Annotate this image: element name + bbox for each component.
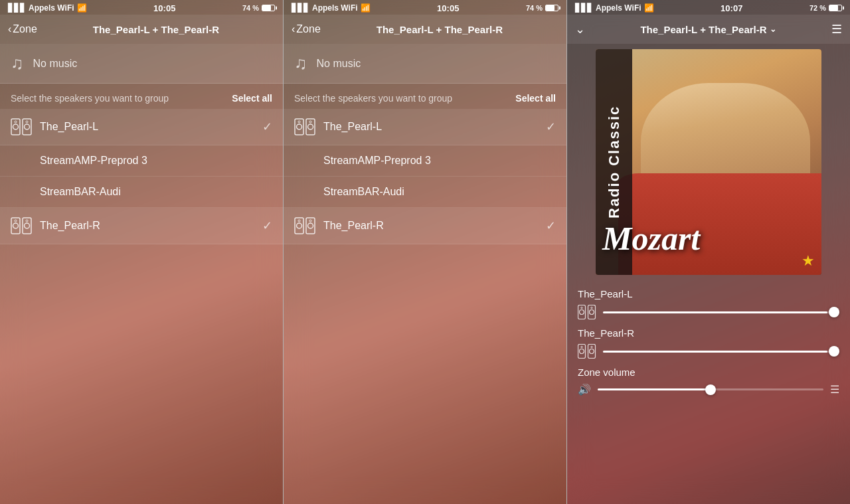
svg-point-5 (26, 121, 28, 123)
nav-bar-1: ‹ Zone The_Pearl-L + The_Pearl-R (0, 15, 283, 44)
svg-point-13 (297, 124, 302, 129)
speaker-l-volume-fill (603, 311, 827, 313)
speaker-name-streamamp-1: StreamAMP-Preprod 3 (40, 155, 272, 167)
equalizer-icon[interactable]: ☰ (830, 383, 839, 396)
speaker-r-volume-fill (603, 351, 827, 353)
panel-1-content: ▋▋▋ Appels WiFi 📶 10:05 74 % ‹ Zone The_… (0, 0, 283, 504)
speaker-r-volume-row (578, 344, 839, 359)
speaker-item-pearl-r-2[interactable]: The_Pearl-R ✓ (284, 208, 566, 244)
chevron-down-icon[interactable]: ⌄ (575, 22, 585, 37)
album-art[interactable]: Radio Classic Mozart ★ (596, 49, 821, 275)
zone-volume-thumb[interactable] (705, 384, 716, 395)
album-mozart-label: Mozart (602, 222, 818, 255)
zone-volume-row: 🔊 ☰ (578, 383, 839, 396)
status-left-2: ▋▋▋ Appels WiFi 📶 (292, 3, 371, 13)
status-bar-3: ▋▋▋ Appels WiFi 📶 10:07 72 % (567, 0, 850, 15)
speaker-icon-pearl-r-1 (11, 217, 32, 234)
speaker-r-volume-thumb[interactable] (829, 346, 839, 357)
select-all-button-1[interactable]: Select all (232, 93, 272, 104)
status-left-1: ▋▋▋ Appels WiFi 📶 (8, 3, 87, 13)
wifi-icon-2: 📶 (361, 3, 371, 13)
battery-pct-3: 72 % (809, 4, 826, 12)
volume-speaker-icon: 🔊 (578, 383, 591, 396)
speaker-r-vol-label: The_Pearl-R (578, 327, 839, 339)
select-prompt-1: Select the speakers you want to group (11, 93, 169, 104)
status-left-3: ▋▋▋ Appels WiFi 📶 (575, 3, 654, 13)
speaker-icon-pearl-l-2 (294, 118, 315, 135)
speaker-name-streamamp-2: StreamAMP-Preprod 3 (323, 155, 556, 167)
carrier-name-2: Appels WiFi (312, 3, 358, 13)
svg-point-10 (25, 223, 30, 228)
svg-point-34 (590, 349, 594, 354)
speaker-l-volume-row (578, 305, 839, 319)
speaker-name-streambar-1: StreamBAR-Audi (40, 186, 272, 198)
svg-point-19 (297, 223, 302, 228)
svg-point-11 (26, 220, 28, 222)
signal-bars-icon-2: ▋▋▋ (292, 3, 309, 13)
speaker-name-pearl-l-2: The_Pearl-L (323, 121, 538, 133)
svg-point-4 (25, 124, 30, 129)
select-all-button-2[interactable]: Select all (515, 93, 556, 104)
svg-point-16 (308, 124, 313, 129)
speaker-name-pearl-r-2: The_Pearl-R (323, 220, 538, 232)
speaker-item-pearl-r-1[interactable]: The_Pearl-R ✓ (0, 208, 283, 244)
speaker-name-pearl-r-1: The_Pearl-R (40, 220, 254, 232)
speaker-item-streamamp-2[interactable]: StreamAMP-Preprod 3 (284, 145, 566, 177)
zone-volume-label: Zone volume (578, 367, 839, 378)
speaker-name-streambar-2: StreamBAR-Audi (323, 186, 556, 198)
album-star-icon: ★ (802, 252, 815, 270)
speaker-item-pearl-l-1[interactable]: The_Pearl-L ✓ (0, 109, 283, 145)
battery-pct-1: 74 % (242, 4, 259, 12)
divider-1-2 (283, 0, 284, 504)
speaker-r-volume-track[interactable] (603, 351, 839, 353)
divider-2-3 (566, 0, 567, 504)
vol-speaker-l-icon (578, 305, 596, 319)
back-label-2: Zone (296, 23, 320, 35)
svg-point-23 (309, 220, 311, 222)
svg-point-35 (591, 346, 592, 347)
back-button-1[interactable]: ‹ Zone (8, 23, 37, 35)
music-note-icon-2: ♫ (294, 53, 307, 74)
wifi-icon-1: 📶 (77, 3, 87, 13)
status-right-3: 72 % (809, 4, 842, 12)
no-music-label-1: No music (33, 58, 78, 70)
svg-point-22 (308, 223, 313, 228)
svg-point-1 (13, 124, 19, 129)
signal-bars-icon: ▋▋▋ (8, 3, 26, 13)
speaker-l-vol-label: The_Pearl-L (578, 288, 839, 299)
wifi-icon-3: 📶 (644, 3, 654, 13)
status-time-3: 10:07 (721, 3, 742, 13)
speaker-icon-pearl-r-2 (294, 217, 315, 234)
no-music-section-1: ♫ No music (0, 44, 283, 84)
status-right-2: 74 % (526, 4, 558, 12)
nav-bar-3: ⌄ The_Pearl-L + The_Pearl-R ⌄ ☰ (567, 15, 850, 44)
nav-title-3: The_Pearl-L + The_Pearl-R ⌄ (640, 24, 776, 35)
speaker-item-streamamp-1[interactable]: StreamAMP-Preprod 3 (0, 145, 283, 177)
back-button-2[interactable]: ‹ Zone (292, 23, 321, 35)
check-pearl-r-1: ✓ (262, 218, 272, 233)
battery-icon-3 (829, 5, 842, 11)
chevron-left-icon-2: ‹ (292, 23, 295, 35)
speaker-item-streambar-1[interactable]: StreamBAR-Audi (0, 177, 283, 208)
queue-icon[interactable]: ☰ (831, 22, 842, 37)
chevron-down-title-icon: ⌄ (770, 25, 776, 34)
vol-speaker-r-icon (578, 344, 596, 359)
panel-1: ▋▋▋ Appels WiFi 📶 10:05 74 % ‹ Zone The_… (0, 0, 283, 504)
status-bar-1: ▋▋▋ Appels WiFi 📶 10:05 74 % (0, 0, 283, 15)
speaker-list-2: The_Pearl-L ✓ StreamAMP-Preprod 3 Stream… (284, 109, 566, 244)
no-music-section-2: ♫ No music (284, 44, 566, 84)
nav-title-text-3: The_Pearl-L + The_Pearl-R (640, 24, 766, 35)
svg-point-8 (15, 220, 17, 222)
chevron-left-icon-1: ‹ (8, 23, 11, 35)
nav-title-2: The_Pearl-L + The_Pearl-R (321, 24, 558, 35)
select-prompt-2: Select the speakers you want to group (294, 93, 452, 104)
svg-point-31 (580, 349, 584, 354)
zone-volume-track[interactable] (598, 388, 823, 390)
volume-section: The_Pearl-L The_Pearl-R (567, 283, 850, 401)
album-art-container: Radio Classic Mozart ★ (567, 44, 850, 283)
speaker-l-volume-track[interactable] (603, 311, 839, 313)
speaker-item-streambar-2[interactable]: StreamBAR-Audi (284, 177, 566, 208)
speaker-item-pearl-l-2[interactable]: The_Pearl-L ✓ (284, 109, 566, 145)
speaker-l-volume-thumb[interactable] (829, 307, 839, 317)
status-time-2: 10:05 (437, 3, 459, 13)
